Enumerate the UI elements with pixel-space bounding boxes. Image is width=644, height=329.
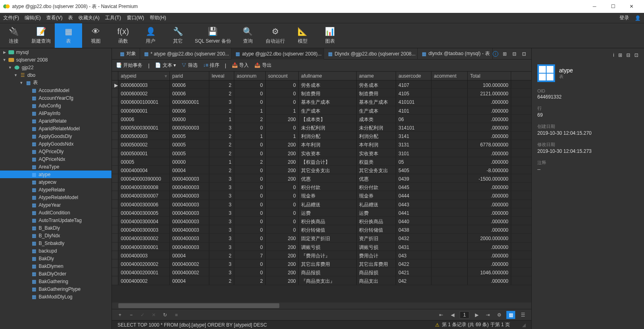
tree-item-AtypeRelateModel[interactable]: ▦AtypeRelateModel: [0, 193, 111, 201]
cell[interactable]: [431, 132, 468, 140]
cell[interactable]: 现金券: [357, 191, 396, 199]
cell[interactable]: [431, 234, 468, 242]
cell[interactable]: 00004: [170, 166, 209, 174]
cell[interactable]: 0443: [396, 200, 431, 208]
cell[interactable]: 1: [266, 132, 299, 140]
begin-transaction-button[interactable]: 📑 开始事务: [116, 62, 142, 69]
cell[interactable]: .000000: [468, 225, 511, 233]
cell[interactable]: 6778.000000: [468, 140, 511, 148]
cell[interactable]: 2: [209, 149, 234, 157]
cell[interactable]: 0: [234, 225, 266, 233]
cell[interactable]: 410101: [396, 97, 431, 105]
cell[interactable]: 0000400003: [170, 234, 209, 242]
cell[interactable]: 3: [209, 191, 234, 199]
cell[interactable]: 0440: [396, 217, 431, 225]
cell[interactable]: 运费: [299, 208, 357, 216]
cell[interactable]: 00006: [170, 106, 209, 114]
cell[interactable]: 0445: [396, 183, 431, 191]
cell[interactable]: .000000: [468, 251, 511, 259]
cell[interactable]: 0000400003: [170, 183, 209, 191]
tree-item-AQPriceNdx[interactable]: ▦AQPriceNdx: [0, 155, 111, 163]
cell[interactable]: 0: [266, 191, 299, 199]
cell[interactable]: 3141: [396, 132, 431, 140]
cell[interactable]: 00005000300001: [118, 123, 170, 131]
apply-button[interactable]: ✓: [138, 312, 147, 318]
cell[interactable]: 其它出库费用: [299, 259, 357, 267]
cell[interactable]: .000000: [468, 191, 511, 199]
cell[interactable]: 0: [266, 89, 299, 97]
tree-item-ApplyGoodsNdx[interactable]: ▦ApplyGoodsNdx: [0, 140, 111, 148]
tree-item-B_BakDly[interactable]: ▦B_BakDly: [0, 224, 111, 232]
cell[interactable]: 0: [234, 166, 266, 174]
cell[interactable]: 本年利润: [357, 140, 396, 148]
cell[interactable]: 2: [234, 115, 266, 123]
cell[interactable]: .000000: [468, 149, 511, 157]
toolbar-连接[interactable]: 🔌连接: [0, 23, 27, 48]
cell[interactable]: 00004000300006: [118, 200, 170, 208]
cell[interactable]: 0439: [396, 174, 431, 182]
toolbar-图表[interactable]: 📊图表: [316, 23, 344, 48]
cell[interactable]: 商品报损: [299, 268, 357, 276]
column-header-atypeid[interactable]: atypeid ▾: [118, 72, 170, 80]
cell[interactable]: 0444: [396, 191, 431, 199]
last-page-button[interactable]: ⇥: [484, 312, 492, 318]
cell[interactable]: 1: [209, 157, 234, 165]
cell[interactable]: [431, 89, 468, 97]
cell[interactable]: 商品报损: [357, 268, 396, 276]
cell[interactable]: .000000: [468, 106, 511, 114]
cell[interactable]: 0000500003: [118, 132, 170, 140]
cell[interactable]: 未分配利润: [299, 123, 357, 131]
column-header-soncount[interactable]: soncount: [266, 72, 299, 80]
cell[interactable]: 200: [266, 174, 299, 182]
table-row[interactable]: 00004000300001000040000330200调账亏损调账亏损043…: [112, 243, 531, 251]
cell[interactable]: 0000400003: [170, 243, 209, 251]
cell[interactable]: 生产成本: [299, 106, 357, 114]
cell[interactable]: 其它业务支出: [299, 166, 357, 174]
cell[interactable]: 0: [266, 200, 299, 208]
cell[interactable]: 2000.000000: [468, 234, 511, 242]
cell[interactable]: 优惠: [357, 174, 396, 182]
table-row[interactable]: 000040003000060000400003300礼品赠送礼品赠送0443.…: [112, 200, 531, 208]
cell[interactable]: 3: [209, 174, 234, 182]
cell[interactable]: [431, 200, 468, 208]
cell[interactable]: 0: [234, 123, 266, 131]
menu-window[interactable]: 窗口(W): [127, 14, 144, 21]
menu-file[interactable]: 文件(F): [3, 14, 19, 21]
toolbar-自动运行[interactable]: ⚙自动运行: [262, 23, 289, 48]
cell[interactable]: 00004000300003: [118, 225, 170, 233]
cell[interactable]: 0000400003: [170, 174, 209, 182]
tree-item-AccountModel[interactable]: ▦AccountModel: [0, 86, 111, 94]
cell[interactable]: 1: [209, 115, 234, 123]
cell[interactable]: 基本生产成本: [357, 97, 396, 105]
export-button[interactable]: 📤 导出: [254, 62, 271, 69]
cell[interactable]: 0000400003: [170, 225, 209, 233]
table-row[interactable]: 000040000390000000040000330200优惠优惠0439-1…: [112, 174, 531, 183]
cell[interactable]: 0: [234, 140, 266, 148]
cell[interactable]: 0000400002: [118, 276, 170, 284]
first-page-button[interactable]: ⇤: [437, 312, 445, 318]
cell[interactable]: 3: [209, 200, 234, 208]
cell[interactable]: .000000: [468, 276, 511, 284]
cell[interactable]: 200: [266, 166, 299, 174]
cell[interactable]: 0438: [396, 225, 431, 233]
cell[interactable]: 200: [266, 115, 299, 123]
next-page-button[interactable]: ▶: [473, 312, 481, 318]
column-header-asonnum[interactable]: asonnum: [234, 72, 266, 80]
cell[interactable]: 0000400004: [118, 166, 170, 174]
cell[interactable]: 200: [266, 149, 299, 157]
cell[interactable]: 费用合计: [357, 251, 396, 259]
cell[interactable]: -8.000000: [468, 166, 511, 174]
cell[interactable]: 生产成本: [357, 106, 396, 114]
cell[interactable]: 4105: [396, 89, 431, 97]
cell[interactable]: .000000: [468, 123, 511, 131]
cell[interactable]: 000040000390000: [118, 174, 170, 182]
tree-item-gjp22[interactable]: ▼gjp22: [0, 64, 111, 71]
tree-item-dbo[interactable]: ▼☰dbo: [0, 71, 111, 79]
cell[interactable]: 积分转储值: [299, 225, 357, 233]
cell[interactable]: 0: [234, 191, 266, 199]
cell[interactable]: 200: [266, 140, 299, 148]
cell[interactable]: 0: [266, 225, 299, 233]
tree-item-BakDlymen[interactable]: ▦BakDlymen: [0, 262, 111, 270]
cell[interactable]: 0000500003: [170, 123, 209, 131]
cell[interactable]: 0: [234, 200, 266, 208]
